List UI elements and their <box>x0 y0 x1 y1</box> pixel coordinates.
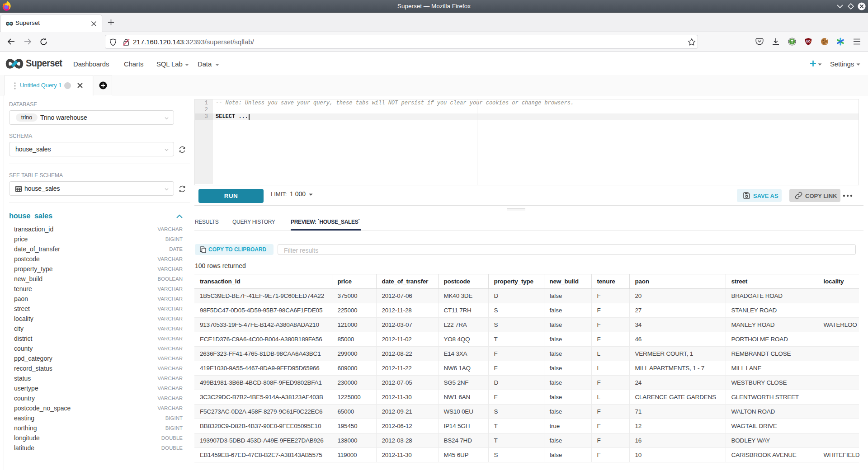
svg-text:UO: UO <box>806 40 811 43</box>
